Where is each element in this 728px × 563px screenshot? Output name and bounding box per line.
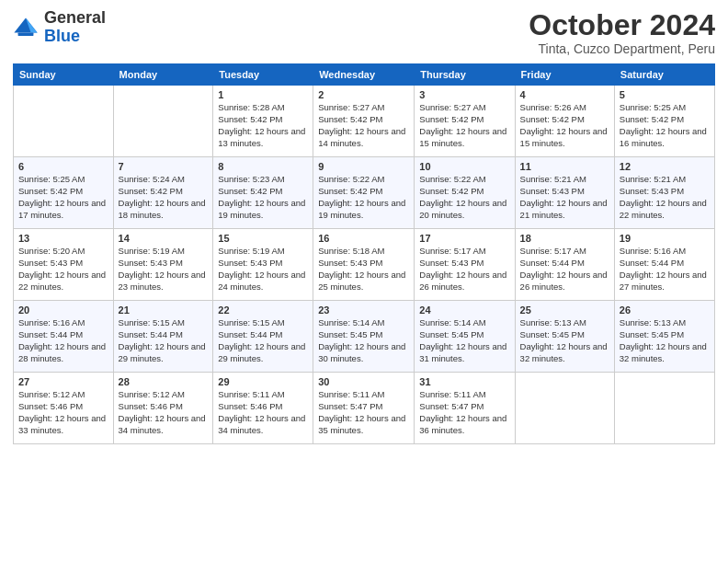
table-cell: 4Sunrise: 5:26 AMSunset: 5:42 PMDaylight…: [515, 86, 614, 157]
day-info: Sunrise: 5:21 AMSunset: 5:43 PMDaylight:…: [620, 174, 710, 221]
day-number: 26: [620, 304, 710, 316]
title-section: October 2024 Tinta, Cuzco Department, Pe…: [529, 9, 715, 56]
day-info: Sunrise: 5:11 AMSunset: 5:46 PMDaylight:…: [218, 389, 308, 436]
day-info: Sunrise: 5:11 AMSunset: 5:47 PMDaylight:…: [318, 389, 409, 436]
week-row-3: 13Sunrise: 5:20 AMSunset: 5:43 PMDayligh…: [14, 229, 715, 301]
day-number: 20: [18, 304, 108, 316]
page: General Blue October 2024 Tinta, Cuzco D…: [0, 0, 728, 563]
day-number: 27: [18, 376, 108, 387]
day-number: 18: [520, 233, 609, 244]
day-number: 5: [620, 89, 710, 100]
day-number: 15: [218, 233, 308, 244]
table-cell: 21Sunrise: 5:15 AMSunset: 5:44 PMDayligh…: [113, 301, 213, 373]
day-info: Sunrise: 5:13 AMSunset: 5:45 PMDaylight:…: [620, 317, 710, 364]
day-number: 7: [119, 161, 209, 172]
day-number: 23: [318, 304, 409, 316]
day-info: Sunrise: 5:12 AMSunset: 5:46 PMDaylight:…: [18, 389, 108, 436]
table-cell: 14Sunrise: 5:19 AMSunset: 5:43 PMDayligh…: [113, 229, 213, 301]
day-info: Sunrise: 5:27 AMSunset: 5:42 PMDaylight:…: [318, 102, 409, 149]
day-number: 11: [520, 161, 609, 172]
header: General Blue October 2024 Tinta, Cuzco D…: [13, 9, 715, 56]
day-info: Sunrise: 5:15 AMSunset: 5:44 PMDaylight:…: [218, 317, 308, 364]
day-info: Sunrise: 5:11 AMSunset: 5:47 PMDaylight:…: [419, 389, 509, 436]
calendar-table: Sunday Monday Tuesday Wednesday Thursday…: [13, 63, 715, 444]
header-saturday: Saturday: [614, 64, 714, 86]
day-info: Sunrise: 5:24 AMSunset: 5:42 PMDaylight:…: [119, 174, 209, 221]
day-number: 24: [419, 304, 509, 316]
location-subtitle: Tinta, Cuzco Department, Peru: [529, 41, 715, 56]
table-cell: 22Sunrise: 5:15 AMSunset: 5:44 PMDayligh…: [213, 301, 313, 373]
day-info: Sunrise: 5:19 AMSunset: 5:43 PMDaylight:…: [119, 246, 209, 293]
table-cell: 29Sunrise: 5:11 AMSunset: 5:46 PMDayligh…: [213, 373, 313, 444]
header-friday: Friday: [515, 64, 614, 86]
table-cell: 9Sunrise: 5:22 AMSunset: 5:42 PMDaylight…: [313, 157, 415, 229]
day-info: Sunrise: 5:21 AMSunset: 5:43 PMDaylight:…: [520, 174, 609, 221]
logo-text: General Blue: [44, 9, 106, 46]
table-cell: 2Sunrise: 5:27 AMSunset: 5:42 PMDaylight…: [313, 86, 415, 157]
table-cell: [14, 86, 114, 157]
table-cell: 16Sunrise: 5:18 AMSunset: 5:43 PMDayligh…: [313, 229, 415, 301]
week-row-4: 20Sunrise: 5:16 AMSunset: 5:44 PMDayligh…: [14, 301, 715, 373]
logo: General Blue: [13, 9, 106, 46]
day-number: 10: [419, 161, 509, 172]
day-number: 28: [119, 376, 209, 387]
table-cell: 23Sunrise: 5:14 AMSunset: 5:45 PMDayligh…: [313, 301, 415, 373]
weekday-header-row: Sunday Monday Tuesday Wednesday Thursday…: [14, 64, 715, 86]
day-number: 14: [119, 233, 209, 244]
day-number: 2: [318, 89, 409, 100]
table-cell: 3Sunrise: 5:27 AMSunset: 5:42 PMDaylight…: [415, 86, 515, 157]
day-number: 19: [620, 233, 710, 244]
day-info: Sunrise: 5:26 AMSunset: 5:42 PMDaylight:…: [520, 102, 609, 149]
day-info: Sunrise: 5:25 AMSunset: 5:42 PMDaylight:…: [18, 174, 108, 221]
day-info: Sunrise: 5:13 AMSunset: 5:45 PMDaylight:…: [520, 317, 609, 364]
day-number: 3: [419, 89, 509, 100]
day-number: 17: [419, 233, 509, 244]
day-info: Sunrise: 5:22 AMSunset: 5:42 PMDaylight:…: [318, 174, 409, 221]
table-cell: 12Sunrise: 5:21 AMSunset: 5:43 PMDayligh…: [614, 157, 714, 229]
table-cell: 25Sunrise: 5:13 AMSunset: 5:45 PMDayligh…: [515, 301, 614, 373]
day-info: Sunrise: 5:19 AMSunset: 5:43 PMDaylight:…: [218, 246, 308, 293]
table-cell: [113, 86, 213, 157]
logo-general-text: General: [44, 9, 106, 28]
table-cell: 7Sunrise: 5:24 AMSunset: 5:42 PMDaylight…: [113, 157, 213, 229]
table-cell: 30Sunrise: 5:11 AMSunset: 5:47 PMDayligh…: [313, 373, 415, 444]
day-info: Sunrise: 5:17 AMSunset: 5:44 PMDaylight:…: [520, 246, 609, 293]
month-title: October 2024: [529, 9, 715, 41]
table-cell: 15Sunrise: 5:19 AMSunset: 5:43 PMDayligh…: [213, 229, 313, 301]
table-cell: 20Sunrise: 5:16 AMSunset: 5:44 PMDayligh…: [14, 301, 114, 373]
table-cell: 28Sunrise: 5:12 AMSunset: 5:46 PMDayligh…: [113, 373, 213, 444]
table-cell: 13Sunrise: 5:20 AMSunset: 5:43 PMDayligh…: [14, 229, 114, 301]
day-number: 13: [18, 233, 108, 244]
day-info: Sunrise: 5:17 AMSunset: 5:43 PMDaylight:…: [419, 246, 509, 293]
table-cell: 17Sunrise: 5:17 AMSunset: 5:43 PMDayligh…: [415, 229, 515, 301]
table-cell: 26Sunrise: 5:13 AMSunset: 5:45 PMDayligh…: [614, 301, 714, 373]
logo-blue-text: Blue: [44, 28, 106, 46]
table-cell: 10Sunrise: 5:22 AMSunset: 5:42 PMDayligh…: [415, 157, 515, 229]
table-cell: 5Sunrise: 5:25 AMSunset: 5:42 PMDaylight…: [614, 86, 714, 157]
logo-icon: [13, 15, 39, 40]
table-cell: 8Sunrise: 5:23 AMSunset: 5:42 PMDaylight…: [213, 157, 313, 229]
day-info: Sunrise: 5:22 AMSunset: 5:42 PMDaylight:…: [419, 174, 509, 221]
header-tuesday: Tuesday: [213, 64, 313, 86]
day-info: Sunrise: 5:28 AMSunset: 5:42 PMDaylight:…: [218, 102, 308, 149]
week-row-2: 6Sunrise: 5:25 AMSunset: 5:42 PMDaylight…: [14, 157, 715, 229]
week-row-1: 1Sunrise: 5:28 AMSunset: 5:42 PMDaylight…: [14, 86, 715, 157]
day-number: 22: [218, 304, 308, 316]
table-cell: 11Sunrise: 5:21 AMSunset: 5:43 PMDayligh…: [515, 157, 614, 229]
table-cell: 24Sunrise: 5:14 AMSunset: 5:45 PMDayligh…: [415, 301, 515, 373]
header-sunday: Sunday: [14, 64, 114, 86]
table-cell: 19Sunrise: 5:16 AMSunset: 5:44 PMDayligh…: [614, 229, 714, 301]
day-number: 9: [318, 161, 409, 172]
day-number: 8: [218, 161, 308, 172]
day-info: Sunrise: 5:25 AMSunset: 5:42 PMDaylight:…: [620, 102, 710, 149]
day-number: 25: [520, 304, 609, 316]
day-number: 16: [318, 233, 409, 244]
svg-rect-2: [18, 32, 34, 36]
table-cell: 1Sunrise: 5:28 AMSunset: 5:42 PMDaylight…: [213, 86, 313, 157]
day-info: Sunrise: 5:12 AMSunset: 5:46 PMDaylight:…: [119, 389, 209, 436]
day-info: Sunrise: 5:16 AMSunset: 5:44 PMDaylight:…: [620, 246, 710, 293]
header-thursday: Thursday: [415, 64, 515, 86]
day-number: 6: [18, 161, 108, 172]
day-info: Sunrise: 5:15 AMSunset: 5:44 PMDaylight:…: [119, 317, 209, 364]
day-number: 31: [419, 376, 509, 387]
